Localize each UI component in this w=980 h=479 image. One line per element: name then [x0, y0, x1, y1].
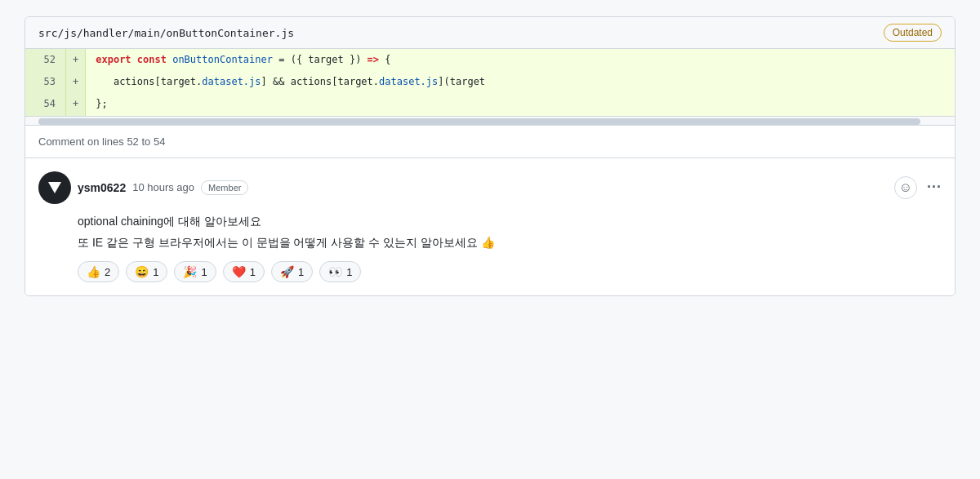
- line-prefix-52: +: [66, 49, 86, 71]
- comment-prompt: Comment on lines 52 to 54: [25, 126, 955, 158]
- diff-area: 52 + export const onButtonContainer = ({…: [25, 49, 955, 116]
- reaction-emoji: 👀: [328, 265, 342, 278]
- outdated-badge: Outdated: [884, 24, 942, 42]
- horizontal-scrollbar[interactable]: [25, 116, 955, 126]
- line-number-54: 54: [25, 93, 66, 115]
- avatar-triangle: [48, 182, 61, 193]
- reaction-emoji: 🎉: [183, 265, 197, 278]
- line-number-52: 52: [25, 49, 66, 71]
- reaction-button[interactable]: 👀1: [319, 261, 361, 282]
- line-content-53: actions[target.dataset.js] && actions[ta…: [86, 71, 955, 93]
- smiley-icon: ☺: [899, 180, 912, 195]
- avatar: [38, 171, 71, 204]
- reaction-button[interactable]: 😄1: [126, 261, 167, 282]
- line-content-54: };: [86, 93, 955, 115]
- line-prefix-53: +: [66, 71, 86, 93]
- review-comment-card: src/js/handler/main/onButtonContainer.js…: [24, 16, 956, 296]
- role-badge: Member: [201, 180, 248, 195]
- reaction-count: 1: [250, 266, 256, 278]
- reaction-button[interactable]: 🚀1: [271, 261, 313, 282]
- reaction-button[interactable]: 👍2: [78, 261, 119, 282]
- comment-body: optional chaining에 대해 알아보세요 또 IE 같은 구형 브…: [78, 212, 942, 252]
- comment-actions: ☺ ···: [894, 176, 942, 199]
- diff-line-53: 53 + actions[target.dataset.js] && actio…: [25, 71, 955, 93]
- more-options-button[interactable]: ···: [927, 179, 942, 196]
- comment-meta: ysm0622 10 hours ago Member: [78, 180, 888, 195]
- comment-username[interactable]: ysm0622: [78, 181, 126, 194]
- comment-timestamp: 10 hours ago: [132, 181, 194, 193]
- reactions-bar: 👍2😄1🎉1❤️1🚀1👀1: [78, 261, 942, 282]
- reaction-emoji: 😄: [135, 265, 149, 278]
- comment-section: ysm0622 10 hours ago Member ☺ ··· option…: [25, 158, 955, 296]
- reaction-count: 1: [346, 266, 352, 278]
- comment-line-1: optional chaining에 대해 알아보세요: [78, 212, 942, 230]
- reaction-count: 1: [298, 266, 304, 278]
- comment-header: ysm0622 10 hours ago Member ☺ ···: [38, 171, 942, 204]
- file-header: src/js/handler/main/onButtonContainer.js…: [25, 17, 955, 49]
- reaction-emoji: 👍: [87, 265, 100, 278]
- reaction-count: 2: [105, 266, 110, 278]
- scrollbar-thumb[interactable]: [38, 118, 920, 125]
- line-number-53: 53: [25, 71, 66, 93]
- comment-line-2: 또 IE 같은 구형 브라우저에서는 이 문법을 어떻게 사용할 수 있는지 알…: [78, 233, 942, 251]
- diff-line-52: 52 + export const onButtonContainer = ({…: [25, 49, 955, 71]
- reaction-button[interactable]: 🎉1: [174, 261, 216, 282]
- reaction-emoji: 🚀: [280, 265, 294, 278]
- add-reaction-button[interactable]: ☺: [894, 176, 917, 199]
- file-path: src/js/handler/main/onButtonContainer.js: [38, 27, 294, 39]
- reaction-emoji: ❤️: [232, 265, 246, 278]
- line-prefix-54: +: [66, 93, 86, 115]
- line-content-52: export const onButtonContainer = ({ targ…: [86, 49, 955, 71]
- diff-line-54: 54 + };: [25, 93, 955, 115]
- reaction-button[interactable]: ❤️1: [223, 261, 265, 282]
- reaction-count: 1: [201, 266, 207, 278]
- reaction-count: 1: [153, 266, 158, 278]
